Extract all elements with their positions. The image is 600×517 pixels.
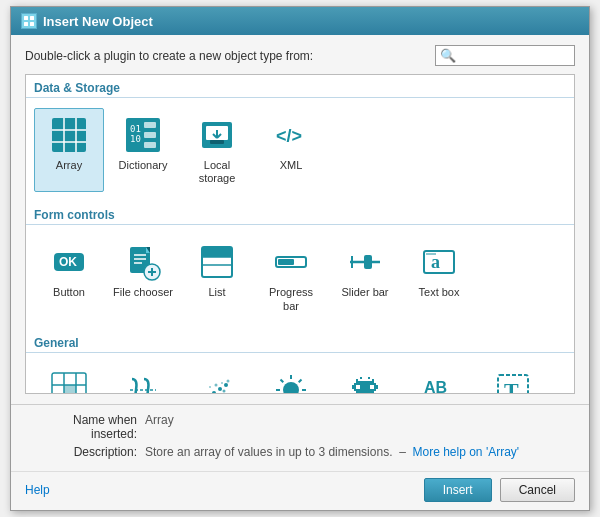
svg-rect-79 bbox=[352, 385, 356, 389]
array-label: Array bbox=[56, 159, 82, 172]
search-box: 🔍 bbox=[435, 45, 575, 66]
search-row: Double-click a plugin to create a new ob… bbox=[25, 45, 575, 66]
list-label: List bbox=[208, 286, 225, 299]
svg-point-64 bbox=[283, 382, 299, 394]
cancel-button[interactable]: Cancel bbox=[500, 478, 575, 502]
svg-rect-3 bbox=[30, 22, 34, 26]
svg-point-53 bbox=[212, 391, 216, 394]
insert-button[interactable]: Insert bbox=[424, 478, 492, 502]
svg-point-54 bbox=[218, 387, 222, 391]
item-progress-bar[interactable]: Progress bar bbox=[256, 235, 326, 319]
item-sprite[interactable]: Sprite bbox=[330, 363, 400, 394]
svg-rect-0 bbox=[24, 16, 28, 20]
svg-point-62 bbox=[209, 386, 211, 388]
svg-text:01: 01 bbox=[130, 124, 141, 134]
name-row: Name when inserted: Array bbox=[25, 413, 575, 441]
svg-point-60 bbox=[215, 383, 218, 386]
item-sprite-font[interactable]: AB Sprite font bbox=[404, 363, 474, 394]
sprite-font-icon: AB bbox=[419, 370, 459, 394]
dialog-body: Double-click a plugin to create a new ob… bbox=[11, 35, 589, 404]
xml-label: XML bbox=[280, 159, 303, 172]
dialog-title: Insert New Object bbox=[43, 14, 153, 29]
text-box-icon: a bbox=[419, 242, 459, 282]
progress-bar-label: Progress bar bbox=[261, 286, 321, 312]
slider-bar-label: Slider bar bbox=[341, 286, 388, 299]
svg-rect-76 bbox=[372, 379, 374, 381]
item-function[interactable]: Function bbox=[108, 363, 178, 394]
svg-rect-78 bbox=[354, 383, 376, 385]
text-box-label: Text box bbox=[419, 286, 460, 299]
item-local-storage[interactable]: Local storage bbox=[182, 108, 252, 192]
item-particles[interactable]: Particles bbox=[182, 363, 252, 394]
general-grid: 9-patch Function bbox=[26, 357, 574, 394]
item-file-chooser[interactable]: File chooser bbox=[108, 235, 178, 319]
slider-bar-icon bbox=[345, 242, 385, 282]
btn-group: Insert Cancel bbox=[424, 478, 575, 502]
particles-icon bbox=[197, 370, 237, 394]
svg-rect-44 bbox=[426, 253, 436, 255]
svg-rect-13 bbox=[144, 132, 156, 138]
instruction-label: Double-click a plugin to create a new ob… bbox=[25, 49, 313, 63]
more-help-link[interactable]: More help on 'Array' bbox=[413, 445, 520, 459]
svg-rect-75 bbox=[356, 379, 358, 381]
svg-rect-83 bbox=[356, 391, 374, 393]
item-xml[interactable]: </> XML bbox=[256, 108, 326, 192]
name-key: Name when inserted: bbox=[25, 413, 145, 441]
svg-text:OK: OK bbox=[59, 255, 77, 269]
button-row: Help Insert Cancel bbox=[11, 471, 589, 510]
svg-rect-84 bbox=[354, 393, 358, 394]
item-text-box[interactable]: a Text box bbox=[404, 235, 474, 319]
item-slider-bar[interactable]: Slider bar bbox=[330, 235, 400, 319]
xml-icon: </> bbox=[271, 115, 311, 155]
svg-rect-77 bbox=[356, 381, 374, 383]
item-list[interactable]: List bbox=[182, 235, 252, 319]
svg-line-69 bbox=[281, 379, 284, 382]
title-bar: Insert New Object bbox=[11, 7, 589, 35]
bottom-info-panel: Name when inserted: Array Description: S… bbox=[11, 404, 589, 471]
progress-bar-icon bbox=[271, 242, 311, 282]
svg-rect-1 bbox=[30, 16, 34, 20]
section-form-controls: Form controls bbox=[26, 202, 574, 225]
svg-rect-85 bbox=[372, 393, 376, 394]
item-nine-patch[interactable]: 9-patch bbox=[34, 363, 104, 394]
item-text[interactable]: T Text bbox=[478, 363, 548, 394]
svg-point-59 bbox=[205, 393, 208, 394]
text-icon: T bbox=[493, 370, 533, 394]
name-value: Array bbox=[145, 413, 174, 427]
button-icon: OK bbox=[49, 242, 89, 282]
svg-rect-81 bbox=[374, 385, 378, 389]
svg-rect-74 bbox=[368, 377, 370, 379]
plugin-scroll-area[interactable]: Data & Storage Array bbox=[25, 74, 575, 394]
section-general: General bbox=[26, 330, 574, 353]
svg-rect-38 bbox=[278, 259, 294, 265]
svg-point-61 bbox=[227, 379, 230, 382]
svg-point-55 bbox=[224, 383, 228, 387]
nine-patch-icon bbox=[49, 370, 89, 394]
item-button[interactable]: OK Button bbox=[34, 235, 104, 319]
help-link[interactable]: Help bbox=[25, 483, 50, 497]
svg-rect-73 bbox=[360, 377, 362, 379]
dictionary-icon: 01 10 bbox=[123, 115, 163, 155]
item-dictionary[interactable]: 01 10 Dictionary bbox=[108, 108, 178, 192]
shadow-light-icon bbox=[271, 370, 311, 394]
local-storage-icon bbox=[197, 115, 237, 155]
dictionary-label: Dictionary bbox=[119, 159, 168, 172]
svg-point-63 bbox=[221, 382, 223, 384]
svg-rect-40 bbox=[364, 255, 372, 269]
desc-value: Store an array of values in up to 3 dime… bbox=[145, 445, 519, 459]
svg-line-71 bbox=[299, 379, 302, 382]
title-bar-icon bbox=[21, 13, 37, 29]
search-icon: 🔍 bbox=[440, 48, 456, 63]
section-data-storage: Data & Storage bbox=[26, 75, 574, 98]
svg-rect-12 bbox=[144, 122, 156, 128]
svg-text:10: 10 bbox=[130, 134, 141, 144]
file-chooser-label: File chooser bbox=[113, 286, 173, 299]
array-icon bbox=[49, 115, 89, 155]
search-input[interactable] bbox=[456, 49, 576, 63]
svg-rect-4 bbox=[52, 118, 86, 152]
item-array[interactable]: Array bbox=[34, 108, 104, 192]
function-icon bbox=[123, 370, 163, 394]
svg-text:T: T bbox=[504, 378, 519, 394]
local-storage-label: Local storage bbox=[187, 159, 247, 185]
item-shadow-light[interactable]: Shadow Light bbox=[256, 363, 326, 394]
